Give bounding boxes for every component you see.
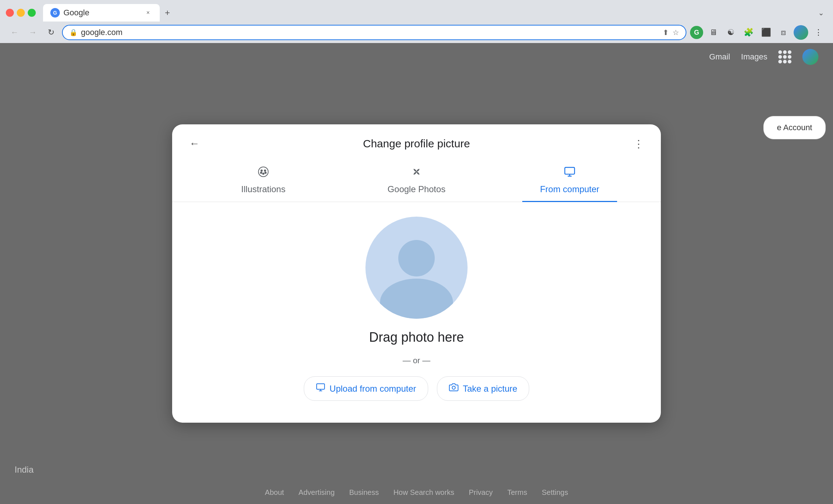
footer-how-search-works[interactable]: How Search works xyxy=(394,488,454,497)
menu-button[interactable]: ⋮ xyxy=(811,25,826,40)
footer-settings[interactable]: Settings xyxy=(542,488,568,497)
extension-icon[interactable]: ⬛ xyxy=(759,25,773,40)
tab-close-button[interactable]: × xyxy=(144,8,152,17)
illustrations-icon xyxy=(257,166,269,181)
modal-header: ← Change profile picture ⋮ xyxy=(172,124,661,160)
tab-title: Google xyxy=(63,8,140,18)
manage-account-button[interactable]: e Account xyxy=(763,116,826,139)
tab-favicon: G xyxy=(50,8,60,18)
avatar-body xyxy=(380,279,453,319)
svg-point-5 xyxy=(263,173,264,174)
back-button[interactable]: ← xyxy=(7,25,22,40)
take-a-picture-button[interactable]: Take a picture xyxy=(437,376,529,401)
modal-content: Drag photo here — or — Upload fro xyxy=(172,202,661,423)
tab-illustrations[interactable]: Illustrations xyxy=(216,160,311,202)
svg-point-4 xyxy=(265,172,266,174)
svg-point-2 xyxy=(264,170,266,171)
bookmark-icon[interactable]: ☆ xyxy=(673,28,679,37)
browser-shell: G Google × + ⌄ ← → ↻ 🔒 google.com ⬆ ☆ xyxy=(0,0,833,43)
svg-point-1 xyxy=(261,170,262,171)
footer-business[interactable]: Business xyxy=(349,488,379,497)
google-photos-icon xyxy=(411,166,422,181)
page-background: Gmail Images e Account ← Change profile … xyxy=(0,43,833,504)
svg-rect-9 xyxy=(317,384,325,389)
active-tab[interactable]: G Google × xyxy=(43,4,160,22)
footer-about[interactable]: About xyxy=(265,488,284,497)
upload-from-computer-button[interactable]: Upload from computer xyxy=(304,376,428,401)
new-tab-button[interactable]: + xyxy=(160,4,175,22)
tab-google-photos[interactable]: Google Photos xyxy=(369,160,464,202)
reload-button[interactable]: ↻ xyxy=(44,25,58,40)
monitor-icon[interactable]: 🖥 xyxy=(706,25,721,40)
yin-yang-icon[interactable]: ☯ xyxy=(724,25,738,40)
google-extension-icon[interactable]: G xyxy=(690,26,703,39)
minimize-traffic-light[interactable] xyxy=(17,9,25,17)
upload-icon xyxy=(316,383,325,395)
change-profile-picture-modal: ← Change profile picture ⋮ xyxy=(172,124,661,423)
share-icon[interactable]: ⬆ xyxy=(663,28,669,37)
address-bar[interactable]: 🔒 google.com ⬆ ☆ xyxy=(62,25,686,40)
action-buttons: Upload from computer Take a picture xyxy=(304,376,530,401)
modal-tab-bar: Illustrations Google Photos xyxy=(172,160,661,202)
modal-overlay: e Account ← Change profile picture ⋮ xyxy=(0,43,833,504)
tab-bar: G Google × + xyxy=(43,4,811,22)
avatar-head xyxy=(398,240,435,276)
footer-privacy[interactable]: Privacy xyxy=(469,488,493,497)
split-icon[interactable]: ⧈ xyxy=(776,25,791,40)
lock-icon: 🔒 xyxy=(69,28,77,36)
expand-icon[interactable]: ⌄ xyxy=(815,5,827,20)
india-label: India xyxy=(15,465,34,475)
address-text: google.com xyxy=(81,28,659,37)
avatar-placeholder xyxy=(365,217,468,319)
page-footer: About Advertising Business How Search wo… xyxy=(0,488,833,497)
profile-avatar[interactable] xyxy=(794,25,808,40)
footer-advertising[interactable]: Advertising xyxy=(299,488,335,497)
modal-back-button[interactable]: ← xyxy=(185,135,204,153)
svg-point-12 xyxy=(452,386,456,389)
modal-title: Change profile picture xyxy=(204,137,629,150)
tab-from-computer[interactable]: From computer xyxy=(522,160,617,202)
camera-icon xyxy=(449,383,458,395)
drag-photo-text: Drag photo here xyxy=(369,330,464,345)
forward-button[interactable]: → xyxy=(26,25,40,40)
puzzle-icon[interactable]: 🧩 xyxy=(741,25,756,40)
footer-terms[interactable]: Terms xyxy=(507,488,527,497)
title-bar: G Google × + ⌄ xyxy=(0,0,833,22)
svg-point-0 xyxy=(259,167,268,177)
maximize-traffic-light[interactable] xyxy=(28,9,36,17)
svg-rect-6 xyxy=(565,167,575,174)
computer-icon xyxy=(564,166,576,181)
or-divider-text: — or — xyxy=(403,356,430,365)
toolbar-actions: G 🖥 ☯ 🧩 ⬛ ⧈ ⋮ xyxy=(690,25,826,40)
traffic-lights xyxy=(6,9,36,17)
toolbar: ← → ↻ 🔒 google.com ⬆ ☆ G 🖥 ☯ 🧩 ⬛ ⧈ ⋮ xyxy=(0,22,833,43)
svg-point-3 xyxy=(260,172,262,174)
close-traffic-light[interactable] xyxy=(6,9,14,17)
modal-more-button[interactable]: ⋮ xyxy=(629,135,648,153)
